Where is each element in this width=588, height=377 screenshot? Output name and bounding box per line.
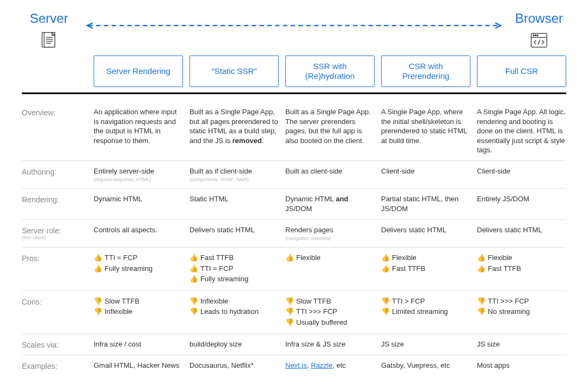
server-endpoint: Server xyxy=(22,11,76,50)
thumbs-down-icon xyxy=(285,296,294,306)
col-full-csr: Full CSR xyxy=(477,55,566,87)
row-rendering-label: Rendering: xyxy=(22,194,87,213)
spectrum-arrow xyxy=(83,21,505,22)
row-pros-cell-0: TTI = FCPFully streaming xyxy=(94,253,183,285)
row-examples-cell-4: Most apps xyxy=(477,361,566,370)
row-cons-cell-3: TTI > FCPLimited streaming xyxy=(381,296,470,329)
thumbs-down-icon xyxy=(94,307,102,317)
link-nextjs[interactable]: Next.js xyxy=(285,361,307,369)
header-rule xyxy=(22,92,566,94)
row-authoring-cell-2: Built as client-side xyxy=(285,166,375,183)
row-authoring: Authoring:Entirely server-side(request-r… xyxy=(22,161,566,189)
spectrum-header: Server Browser xyxy=(22,11,566,50)
browser-endpoint: Browser xyxy=(512,11,566,50)
browser-code-icon xyxy=(529,30,549,50)
row-pros-label: Pros: xyxy=(22,253,87,285)
row-rendering-cell-4: Entirely JS/DOM xyxy=(477,194,566,213)
row-server-role-label: Server role:(thin client) xyxy=(22,225,87,242)
row-scales-cell-1: build/deploy size xyxy=(189,339,279,349)
row-rendering-cell-2: Dynamic HTML and JS/DOM xyxy=(285,194,375,213)
row-server-role-cell-1: Delivers static HTML xyxy=(189,225,279,242)
svg-point-8 xyxy=(533,35,534,36)
svg-line-11 xyxy=(538,40,540,45)
row-examples-cell-0: Gmail HTML, Hacker News xyxy=(94,361,183,370)
row-authoring-label: Authoring: xyxy=(22,166,87,183)
row-server-role-cell-2: Renders pages(navigation requests) xyxy=(285,225,375,242)
row-pros-cell-4: FlexibleFast TTFB xyxy=(477,253,566,285)
thumbs-down-icon xyxy=(477,296,486,306)
col-csr-prerendering: CSR with Prerendering xyxy=(381,55,470,87)
row-examples-label: Examples: xyxy=(22,361,87,370)
row-pros: Pros:TTI = FCPFully streamingFast TTFBTT… xyxy=(22,248,566,291)
row-cons-cell-2: Slow TTFBTTI >>> FCPUsually buffered xyxy=(285,296,375,329)
row-overview-cell-2: Built as a Single Page App. The server p… xyxy=(285,107,375,155)
row-overview-cell-3: A Single Page App, where the initial she… xyxy=(381,107,470,155)
row-overview-cell-1: Built as a Single Page App, but all page… xyxy=(189,107,279,155)
row-server-role-cell-0: Controls all aspects. xyxy=(94,225,183,242)
row-server-role: Server role:(thin client)Controls all as… xyxy=(22,220,566,248)
col-server-rendering: Server Rendering xyxy=(94,55,183,87)
server-label: Server xyxy=(30,11,69,26)
row-cons: Cons:Slow TTFBInflexibleInflexibleLeads … xyxy=(22,291,566,335)
row-rendering: Rendering:Dynamic HTMLStatic HTMLDynamic… xyxy=(22,189,566,219)
row-overview: Overview:An application where input is n… xyxy=(22,102,566,161)
col-ssr-rehydration: SSR with (Re)hydration xyxy=(285,55,375,87)
thumbs-up-icon xyxy=(381,264,390,274)
row-scales-label: Scales via: xyxy=(22,339,87,349)
col-static-ssr: "Static SSR" xyxy=(189,55,279,87)
row-scales-cell-4: JS size xyxy=(477,339,566,349)
thumbs-up-icon xyxy=(477,253,486,263)
row-examples: Examples:Gmail HTML, Hacker NewsDocusaur… xyxy=(22,355,566,376)
thumbs-down-icon xyxy=(381,307,390,317)
row-overview-label: Overview: xyxy=(22,107,87,155)
row-examples-cell-3: Gatsby, Vuepress, etc xyxy=(381,361,470,370)
link-razzle[interactable]: Razzle xyxy=(311,361,333,369)
thumbs-up-icon xyxy=(477,264,486,274)
row-rendering-cell-1: Static HTML xyxy=(189,194,279,213)
thumbs-down-icon xyxy=(189,296,198,306)
thumbs-down-icon xyxy=(381,296,390,306)
row-authoring-cell-0: Entirely server-side(request-response, H… xyxy=(94,166,183,183)
thumbs-down-icon xyxy=(285,318,294,327)
browser-label: Browser xyxy=(515,11,563,26)
row-scales-cell-0: Infra size / cost xyxy=(94,339,183,349)
row-cons-cell-1: InflexibleLeads to hydration xyxy=(189,296,279,329)
row-pros-cell-3: FlexibleFast TTFB xyxy=(381,253,470,285)
row-examples-cell-2: Next.js, Razzle, etc xyxy=(285,361,375,370)
thumbs-down-icon xyxy=(477,307,486,317)
row-pros-cell-2: Flexible xyxy=(285,253,375,285)
row-authoring-cell-4: Client-side xyxy=(477,166,566,183)
row-server-role-cell-3: Delivers static HTML xyxy=(381,225,470,242)
row-cons-label: Cons: xyxy=(22,296,87,329)
thumbs-up-icon xyxy=(94,264,102,274)
column-headers: Server Rendering "Static SSR" SSR with (… xyxy=(22,55,566,87)
row-rendering-cell-3: Partial static HTML, then JS/DOM xyxy=(381,194,470,213)
row-overview-cell-4: A Single Page App. All logic, rendering … xyxy=(477,107,566,155)
thumbs-down-icon xyxy=(94,296,102,306)
row-overview-cell-0: An application where input is navigation… xyxy=(94,107,183,155)
thumbs-up-icon xyxy=(285,253,294,263)
thumbs-up-icon xyxy=(94,253,102,263)
row-pros-cell-1: Fast TTFBTTI = FCPFully streaming xyxy=(189,253,279,285)
document-icon xyxy=(39,30,59,50)
thumbs-up-icon xyxy=(189,264,198,274)
row-server-role-cell-4: Delivers static HTML xyxy=(477,225,566,242)
row-examples-cell-1: Docusaurus, Netflix* xyxy=(189,361,279,370)
row-cons-cell-4: TTI >>> FCPNo streaming xyxy=(477,296,566,329)
thumbs-up-icon xyxy=(189,253,198,263)
row-scales-cell-3: JS size xyxy=(381,339,470,349)
svg-point-10 xyxy=(537,35,538,36)
row-authoring-cell-1: Built as if client-side(components, DOM*… xyxy=(189,166,279,183)
row-cons-cell-0: Slow TTFBInflexible xyxy=(94,296,183,329)
svg-point-9 xyxy=(535,35,536,36)
thumbs-down-icon xyxy=(285,307,294,317)
thumbs-up-icon xyxy=(381,253,390,263)
row-authoring-cell-3: Client-side xyxy=(381,166,470,183)
row-scales: Scales via:Infra size / costbuild/deploy… xyxy=(22,334,566,355)
thumbs-up-icon xyxy=(189,274,198,284)
row-scales-cell-2: Infra size & JS size xyxy=(285,339,375,349)
row-rendering-cell-0: Dynamic HTML xyxy=(94,194,183,213)
thumbs-down-icon xyxy=(189,307,198,317)
